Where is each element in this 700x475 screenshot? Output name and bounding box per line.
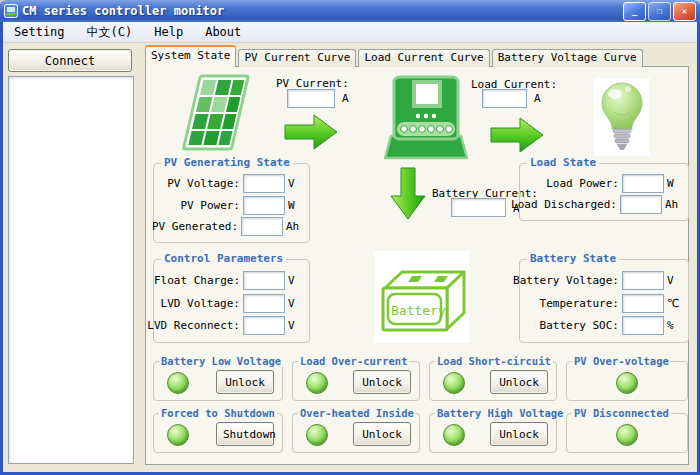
battery-voltage-label: Battery Voltage:	[513, 274, 619, 287]
led-indicator	[443, 424, 465, 446]
lvd-voltage-unit: V	[288, 297, 304, 310]
battery-soc-label: Battery SOC:	[540, 319, 619, 332]
float-charge-unit: V	[288, 274, 304, 287]
led-indicator	[167, 424, 189, 446]
unlock-button[interactable]: Unlock	[490, 422, 548, 446]
alarm-load-short-circuit: Load Short-circuit Unlock	[429, 361, 557, 401]
alarm-title: Battery High Voltage	[435, 407, 565, 419]
tab-strip: System State PV Current Curve Load Curre…	[145, 46, 645, 67]
led-indicator	[443, 372, 465, 394]
pv-power-unit: W	[288, 199, 304, 212]
load-state-group: Load State Load Power: W Load Discharged…	[519, 163, 689, 221]
solar-panel-icon	[179, 73, 253, 153]
load-current-unit: A	[534, 92, 541, 105]
lvd-voltage-field[interactable]	[243, 294, 285, 313]
pv-voltage-field[interactable]	[243, 174, 285, 193]
alarm-title: PV Disconnected	[572, 407, 671, 419]
load-current-field[interactable]	[482, 89, 527, 108]
alarm-over-heated-inside: Over-heated Inside Unlock	[292, 413, 420, 453]
tab-pv-current-curve[interactable]: PV Current Curve	[238, 49, 356, 67]
alarm-pv-disconnected: PV Disconnected	[566, 413, 688, 453]
tab-battery-voltage-curve[interactable]: Battery Voltage Curve	[492, 49, 643, 67]
unlock-button[interactable]: Unlock	[490, 370, 548, 394]
alarm-load-over-current: Load Over-current Unlock	[292, 361, 420, 401]
temperature-label: Temperature:	[540, 297, 619, 310]
pv-generated-label: PV Generated:	[152, 220, 238, 233]
group-title: PV Generating State	[161, 156, 293, 169]
unlock-button[interactable]: Unlock	[353, 422, 411, 446]
alarm-battery-low-voltage: Battery Low Voltage Unlock	[153, 361, 283, 401]
tab-system-state[interactable]: System State	[145, 45, 236, 67]
pv-power-field[interactable]	[243, 196, 285, 215]
close-button[interactable]: ✕	[673, 2, 696, 21]
bulb-icon	[594, 78, 650, 156]
lvd-voltage-label: LVD Voltage:	[161, 297, 240, 310]
tab-load-current-curve[interactable]: Load Current Curve	[358, 49, 489, 67]
battery-soc-field[interactable]	[622, 316, 664, 335]
system-state-page: PV Current: A	[145, 66, 689, 465]
float-charge-field[interactable]	[243, 271, 285, 290]
alarm-title: Load Short-circuit	[435, 355, 553, 367]
arrow-right-icon	[490, 116, 545, 154]
alarm-title: Over-heated Inside	[298, 407, 416, 419]
app-icon	[4, 4, 18, 18]
alarm-title: Load Over-current	[298, 355, 409, 367]
pv-voltage-label: PV Voltage:	[167, 177, 240, 190]
temperature-unit: ℃	[667, 297, 683, 310]
alarm-forced-to-shutdown: Forced to Shutdown Shutdown	[153, 413, 283, 453]
controller-icon	[383, 74, 469, 160]
alarm-title: PV Over-voltage	[572, 355, 671, 367]
led-indicator	[616, 372, 638, 394]
lvd-reconnect-label: LVD Reconnect:	[147, 319, 240, 332]
alarm-title: Forced to Shutdown	[159, 407, 277, 419]
pv-generated-unit: Ah	[286, 220, 304, 233]
battery-voltage-unit: V	[667, 274, 683, 287]
led-indicator	[306, 372, 328, 394]
arrow-down-icon	[389, 167, 427, 221]
maximize-button[interactable]: ❐	[648, 2, 671, 21]
title-bar: CM series controller monitor _ ❐ ✕	[0, 0, 700, 22]
group-title: Load State	[527, 156, 599, 169]
alarm-battery-high-voltage: Battery High Voltage Unlock	[429, 413, 557, 453]
control-parameters-group: Control Parameters Float Charge: V LVD V…	[153, 259, 310, 343]
device-listbox[interactable]	[8, 76, 134, 464]
pv-voltage-unit: V	[288, 177, 304, 190]
menu-setting[interactable]: Setting	[3, 23, 76, 41]
unlock-button[interactable]: Unlock	[216, 370, 274, 394]
battery-icon: Battery	[374, 251, 469, 343]
led-indicator	[167, 372, 189, 394]
unlock-button[interactable]: Unlock	[353, 370, 411, 394]
menu-help[interactable]: Help	[143, 23, 194, 41]
pv-current-field[interactable]	[287, 89, 335, 108]
lvd-reconnect-unit: V	[288, 319, 304, 332]
battery-icon-label: Battery	[391, 303, 446, 318]
shutdown-button[interactable]: Shutdown	[216, 422, 274, 446]
group-title: Battery State	[527, 252, 619, 265]
alarm-title: Battery Low Voltage	[159, 355, 283, 367]
led-indicator	[616, 424, 638, 446]
battery-soc-unit: %	[667, 319, 683, 332]
load-power-field[interactable]	[622, 174, 664, 193]
battery-state-group: Battery State Battery Voltage: V Tempera…	[519, 259, 689, 343]
battery-current-field[interactable]	[451, 198, 506, 217]
connect-button[interactable]: Connect	[8, 49, 132, 72]
pv-generating-state-group: PV Generating State PV Voltage: V PV Pow…	[153, 163, 310, 243]
load-discharged-label: Load Discharged:	[511, 198, 617, 211]
battery-voltage-field[interactable]	[622, 271, 664, 290]
window-title: CM series controller monitor	[22, 4, 621, 18]
load-power-unit: W	[667, 177, 683, 190]
pv-generated-field[interactable]	[241, 217, 283, 236]
app-window: CM series controller monitor _ ❐ ✕ Setti…	[0, 0, 700, 475]
float-charge-label: Float Charge:	[154, 274, 240, 287]
menu-language[interactable]: 中文(C)	[76, 22, 144, 43]
load-discharged-field[interactable]	[620, 195, 662, 214]
minimize-button[interactable]: _	[623, 2, 646, 21]
alarm-pv-over-voltage: PV Over-voltage	[566, 361, 688, 401]
temperature-field[interactable]	[622, 294, 664, 313]
load-power-label: Load Power:	[546, 177, 619, 190]
menu-about[interactable]: About	[194, 23, 252, 41]
lvd-reconnect-field[interactable]	[243, 316, 285, 335]
menu-bar: Setting 中文(C) Help About	[3, 22, 697, 43]
arrow-right-icon	[284, 113, 339, 151]
led-indicator	[306, 424, 328, 446]
